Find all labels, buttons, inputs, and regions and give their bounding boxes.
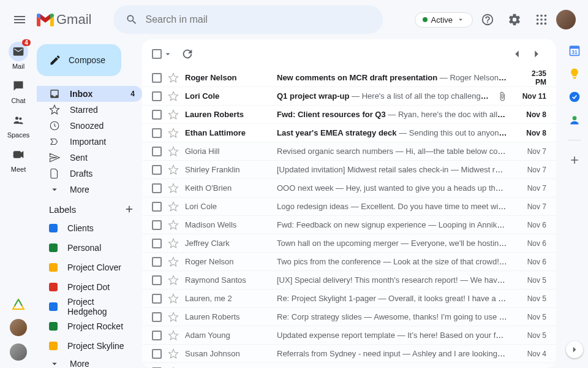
email-row[interactable]: Raymond Santos [UX] Special delivery! Th… xyxy=(142,271,556,289)
nav-inbox[interactable]: Inbox 4 xyxy=(37,86,142,102)
email-row[interactable]: Keith O'Brien Direct feedback from anoth… xyxy=(142,363,556,368)
next-page-button[interactable] xyxy=(527,44,546,64)
star-icon[interactable] xyxy=(168,312,179,323)
search-bar[interactable] xyxy=(113,6,383,34)
email-checkbox[interactable] xyxy=(152,147,162,156)
label-item[interactable]: Project Rocket xyxy=(37,316,142,336)
email-row[interactable]: Lauren, me 2 Re: Project Skylight 1-page… xyxy=(142,289,556,308)
refresh-button[interactable] xyxy=(178,44,197,64)
email-row[interactable]: Shirley Franklin [Updated invitation] Mi… xyxy=(142,161,556,179)
star-icon[interactable] xyxy=(168,238,179,249)
main-menu-button[interactable] xyxy=(5,5,34,34)
email-checkbox[interactable] xyxy=(152,257,162,267)
rail-mail-label: Mail xyxy=(12,63,24,70)
apps-button[interactable] xyxy=(529,7,554,32)
email-row[interactable]: Gloria Hill Revised organic search numbe… xyxy=(142,142,556,161)
support-button[interactable] xyxy=(475,7,500,32)
star-icon[interactable] xyxy=(168,330,179,341)
email-checkbox[interactable] xyxy=(152,294,162,304)
prev-page-button[interactable] xyxy=(507,44,527,64)
rail-meet[interactable]: Meet xyxy=(1,142,36,175)
settings-button[interactable] xyxy=(502,7,527,32)
compose-button[interactable]: Compose xyxy=(37,44,121,76)
email-checkbox[interactable] xyxy=(152,165,162,175)
search-options-button[interactable] xyxy=(358,12,373,27)
email-checkbox[interactable] xyxy=(152,331,162,340)
email-checkbox[interactable] xyxy=(152,91,162,101)
account-avatar[interactable] xyxy=(556,10,576,29)
keep-icon[interactable] xyxy=(568,67,581,80)
nav-important[interactable]: Important xyxy=(37,134,142,150)
addons-button[interactable] xyxy=(568,154,581,166)
label-item[interactable]: Project Hedgehog xyxy=(37,297,142,316)
gmail-logo[interactable]: Gmail xyxy=(37,12,106,28)
calendar-icon[interactable]: 31 xyxy=(568,44,581,56)
star-icon[interactable] xyxy=(168,91,179,102)
email-row[interactable]: Roger Nelson New comments on MCR draft p… xyxy=(142,69,556,87)
email-checkbox[interactable] xyxy=(152,73,162,83)
email-checkbox[interactable] xyxy=(152,110,162,120)
contacts-icon[interactable] xyxy=(568,114,581,126)
email-checkbox[interactable] xyxy=(152,275,162,285)
email-checkbox[interactable] xyxy=(152,239,162,248)
svg-point-17 xyxy=(573,116,577,120)
email-row[interactable]: Madison Wells Fwd: Feedback on new signu… xyxy=(142,216,556,234)
mail-badge: 4 xyxy=(22,39,31,46)
email-date: Nov 5 xyxy=(521,294,546,303)
chevron-down-icon[interactable] xyxy=(163,49,173,59)
label-item[interactable]: Project Clover xyxy=(37,258,142,277)
email-row[interactable]: Roger Nelson Two pics from the conferenc… xyxy=(142,253,556,271)
nav-sent[interactable]: Sent xyxy=(37,150,142,166)
star-icon[interactable] xyxy=(168,201,179,212)
star-icon[interactable] xyxy=(168,164,179,175)
star-icon[interactable] xyxy=(168,183,179,194)
email-row[interactable]: Lauren Roberts Re: Corp strategy slides … xyxy=(142,308,556,326)
email-checkbox[interactable] xyxy=(152,202,162,212)
email-row[interactable]: Lauren Roberts Fwd: Client resources for… xyxy=(142,105,556,124)
tasks-icon[interactable] xyxy=(568,91,581,103)
chat-avatar-1[interactable] xyxy=(10,319,27,336)
email-checkbox[interactable] xyxy=(152,220,162,230)
label-item[interactable]: Personal xyxy=(37,238,142,258)
star-icon[interactable] xyxy=(168,128,179,139)
email-row[interactable]: Lori Cole Logo redesign ideas — Excellen… xyxy=(142,197,556,216)
status-triangle-icon[interactable] xyxy=(12,298,25,312)
add-label-button[interactable] xyxy=(124,204,135,215)
label-item[interactable]: Project Skyline xyxy=(37,336,142,356)
email-checkbox[interactable] xyxy=(152,349,162,359)
search-input[interactable] xyxy=(145,14,358,25)
email-row[interactable]: Lori Cole Q1 project wrap-up — Here's a … xyxy=(142,87,556,105)
select-all[interactable] xyxy=(152,49,173,59)
star-icon[interactable] xyxy=(168,256,179,267)
nav-snoozed[interactable]: Snoozed xyxy=(37,118,142,134)
labels-more[interactable]: More xyxy=(37,356,142,368)
email-checkbox[interactable] xyxy=(152,128,162,138)
star-icon[interactable] xyxy=(168,275,179,286)
expand-side-panel-button[interactable] xyxy=(566,341,583,358)
star-icon[interactable] xyxy=(168,72,179,83)
svg-point-8 xyxy=(545,23,547,25)
email-row[interactable]: Ethan Lattimore Last year's EMEA strateg… xyxy=(142,124,556,142)
star-icon[interactable] xyxy=(168,348,179,359)
email-row[interactable]: Keith O'Brien OOO next week — Hey, just … xyxy=(142,179,556,197)
email-row[interactable]: Adam Young Updated expense report templa… xyxy=(142,326,556,345)
nav-starred[interactable]: Starred xyxy=(37,102,142,118)
email-row[interactable]: Susan Johnson Referrals from Sydney - ne… xyxy=(142,345,556,363)
star-icon[interactable] xyxy=(168,146,179,157)
email-checkbox[interactable] xyxy=(152,312,162,322)
rail-mail[interactable]: 4 Mail xyxy=(1,39,36,72)
rail-spaces[interactable]: Spaces xyxy=(1,108,36,141)
rail-chat[interactable]: Chat xyxy=(1,74,36,107)
label-item[interactable]: Clients xyxy=(37,218,142,238)
status-button[interactable]: Active xyxy=(415,12,473,28)
email-checkbox[interactable] xyxy=(152,183,162,193)
star-icon[interactable] xyxy=(168,220,179,231)
label-color-icon xyxy=(49,224,58,232)
star-icon[interactable] xyxy=(168,109,179,120)
chat-avatar-2[interactable] xyxy=(10,343,27,361)
email-row[interactable]: Jeffrey Clark Town hall on the upcoming … xyxy=(142,234,556,253)
nav-drafts[interactable]: Drafts xyxy=(37,166,142,182)
nav-more[interactable]: More xyxy=(37,182,142,197)
label-item[interactable]: Project Dot xyxy=(37,277,142,297)
star-icon[interactable] xyxy=(168,293,179,304)
